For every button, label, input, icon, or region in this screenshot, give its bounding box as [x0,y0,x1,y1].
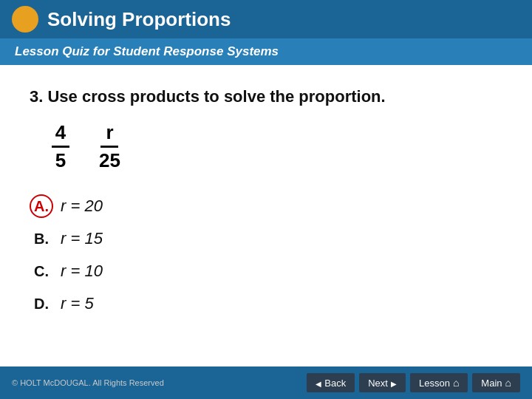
answer-item: A.r = 20 [30,194,502,218]
answer-text-3: r = 5 [61,294,94,313]
page-title: Solving Proportions [47,8,231,31]
answer-text-1: r = 15 [61,229,103,248]
fraction-equation: 4 5 r 25 [52,121,502,172]
answer-label-D: D. [30,292,53,316]
header-icon [12,6,38,33]
answer-text-0: r = 20 [61,197,103,216]
answer-item: C.r = 10 [30,259,502,283]
answer-label-B: B. [30,227,53,250]
answer-list: A.r = 20B.r = 15C.r = 10D.r = 5 [30,194,502,316]
fraction-right-denominator: 25 [99,148,120,172]
subheader-text: Lesson Quiz for Student Response Systems [15,44,279,58]
answer-item: B.r = 15 [30,227,502,250]
copyright-text: © HOLT McDOUGAL. All Rights Reserved [12,378,164,387]
header: Solving Proportions [0,0,532,38]
question-body: Use cross products to solve the proporti… [47,87,385,106]
lesson-label: Lesson [419,378,450,389]
fraction-left-numerator: 4 [52,121,69,148]
back-button[interactable]: Back [307,373,355,392]
fraction-right: r 25 [99,121,120,172]
back-label: Back [324,378,346,389]
main-home-icon [505,377,511,389]
back-chevron-icon [316,378,321,389]
answer-item: D.r = 5 [30,292,502,316]
next-label: Next [368,378,388,389]
answer-label-C: C. [30,259,53,283]
answer-text-2: r = 10 [61,262,103,281]
answer-label-A: A. [30,194,53,218]
lesson-home-icon [453,377,459,389]
main-button[interactable]: Main [472,373,520,392]
next-chevron-icon [391,378,397,389]
lesson-button[interactable]: Lesson [410,373,468,392]
next-button[interactable]: Next [359,373,406,392]
main-content: 3. Use cross products to solve the propo… [0,65,532,338]
fraction-right-numerator: r [100,121,118,148]
fraction-left: 4 5 [52,121,69,172]
fraction-left-denominator: 5 [52,148,69,172]
question-number: 3. [30,87,43,106]
main-label: Main [481,378,502,389]
question-text: 3. Use cross products to solve the propo… [30,87,502,106]
footer: © HOLT McDOUGAL. All Rights Reserved Bac… [0,366,532,399]
subheader: Lesson Quiz for Student Response Systems [0,38,532,65]
footer-buttons: Back Next Lesson Main [307,373,520,392]
